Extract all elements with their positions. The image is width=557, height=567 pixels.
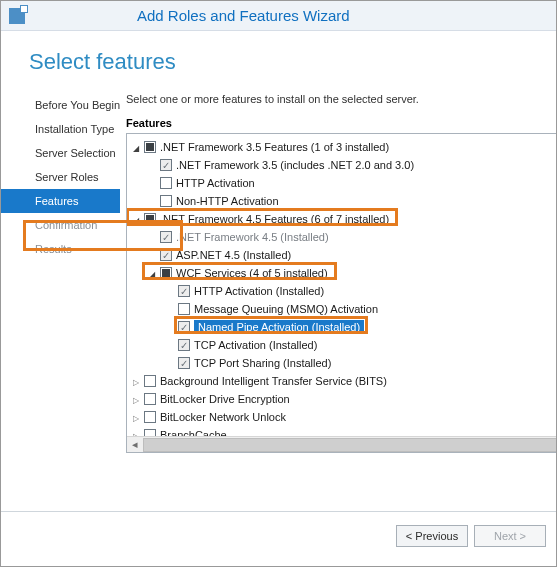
checkbox[interactable] xyxy=(160,159,172,171)
tree-row-net35-features[interactable]: .NET Framework 3.5 Features (1 of 3 inst… xyxy=(129,138,557,156)
previous-button[interactable]: < Previous xyxy=(396,525,468,547)
expander-icon[interactable] xyxy=(131,394,141,405)
checkbox[interactable] xyxy=(160,177,172,189)
tree-label[interactable]: HTTP Activation (Installed) xyxy=(194,285,330,297)
title-bar: Add Roles and Features Wizard xyxy=(1,1,556,31)
tree-row-wcf-services[interactable]: WCF Services (4 of 5 installed) xyxy=(129,264,557,282)
checkbox[interactable] xyxy=(160,195,172,207)
page-heading: Select features xyxy=(1,31,556,81)
checkbox[interactable] xyxy=(178,321,190,333)
tree-row-net35-http-activation[interactable]: HTTP Activation xyxy=(129,174,557,192)
tree-row-wcf-msmq-activation[interactable]: Message Queuing (MSMQ) Activation xyxy=(129,300,557,318)
tree-label[interactable]: HTTP Activation xyxy=(176,177,261,189)
tree-label[interactable]: ASP.NET 4.5 (Installed) xyxy=(176,249,297,261)
tree-label[interactable]: WCF Services (4 of 5 installed) xyxy=(176,267,334,279)
tree-label[interactable]: BitLocker Drive Encryption xyxy=(160,393,296,405)
tree-label[interactable]: Named Pipe Activation (Installed) xyxy=(194,320,364,334)
intro-text: Select one or more features to install o… xyxy=(126,93,557,105)
checkbox[interactable] xyxy=(144,411,156,423)
sidebar-step-features[interactable]: Features xyxy=(1,189,120,213)
tree-row-wcf-namedpipe-activation[interactable]: Named Pipe Activation (Installed) xyxy=(129,318,557,336)
sidebar-step-installation-type[interactable]: Installation Type xyxy=(1,117,120,141)
tree-row-wcf-tcp-activation[interactable]: TCP Activation (Installed) xyxy=(129,336,557,354)
checkbox[interactable] xyxy=(178,303,190,315)
tree-label[interactable]: .NET Framework 3.5 Features (1 of 3 inst… xyxy=(160,141,395,153)
tree-label[interactable]: .NET Framework 4.5 Features (6 of 7 inst… xyxy=(160,213,395,225)
sidebar-step-before-you-begin[interactable]: Before You Begin xyxy=(1,93,120,117)
tree-row-bits[interactable]: Background Intelligent Transfer Service … xyxy=(129,372,557,390)
features-heading: Features xyxy=(126,117,557,129)
tree-label[interactable]: .NET Framework 3.5 (includes .NET 2.0 an… xyxy=(176,159,420,171)
scroll-left-arrow[interactable]: ◂ xyxy=(127,437,143,453)
tree-label[interactable]: BitLocker Network Unlock xyxy=(160,411,292,423)
tree-row-net35-nonhttp-activation[interactable]: Non-HTTP Activation xyxy=(129,192,557,210)
checkbox[interactable] xyxy=(144,393,156,405)
horizontal-scrollbar[interactable]: ◂ ▸ xyxy=(127,436,557,452)
checkbox[interactable] xyxy=(160,267,172,279)
tree-label[interactable]: Message Queuing (MSMQ) Activation xyxy=(194,303,384,315)
tree-row-net45-features[interactable]: .NET Framework 4.5 Features (6 of 7 inst… xyxy=(129,210,557,228)
tree-row-aspnet45[interactable]: ASP.NET 4.5 (Installed) xyxy=(129,246,557,264)
expander-icon[interactable] xyxy=(131,142,141,153)
wizard-steps-sidebar: Before You BeginInstallation TypeServer … xyxy=(1,81,120,511)
app-icon xyxy=(9,8,25,24)
horizontal-scroll-thumb[interactable] xyxy=(143,438,557,452)
tree-row-net35-core[interactable]: .NET Framework 3.5 (includes .NET 2.0 an… xyxy=(129,156,557,174)
tree-label[interactable]: TCP Port Sharing (Installed) xyxy=(194,357,337,369)
checkbox[interactable] xyxy=(144,141,156,153)
sidebar-step-server-selection[interactable]: Server Selection xyxy=(1,141,120,165)
tree-row-wcf-tcp-portsharing[interactable]: TCP Port Sharing (Installed) xyxy=(129,354,557,372)
highlight-sidebar xyxy=(23,220,183,251)
next-button[interactable]: Next > xyxy=(474,525,546,547)
tree-label[interactable]: .NET Framework 4.5 (Installed) xyxy=(176,231,335,243)
tree-row-bitlocker-network[interactable]: BitLocker Network Unlock xyxy=(129,408,557,426)
tree-label[interactable]: Non-HTTP Activation xyxy=(176,195,285,207)
checkbox[interactable] xyxy=(178,285,190,297)
tree-label[interactable]: TCP Activation (Installed) xyxy=(194,339,323,351)
tree-label[interactable]: Background Intelligent Transfer Service … xyxy=(160,375,393,387)
tree-row-bitlocker-drive[interactable]: BitLocker Drive Encryption xyxy=(129,390,557,408)
checkbox[interactable] xyxy=(178,339,190,351)
tree-row-wcf-http-activation[interactable]: HTTP Activation (Installed) xyxy=(129,282,557,300)
tree-row-net45-core[interactable]: .NET Framework 4.5 (Installed) xyxy=(129,228,557,246)
features-tree[interactable]: .NET Framework 3.5 Features (1 of 3 inst… xyxy=(127,134,557,453)
expander-icon[interactable] xyxy=(131,412,141,423)
checkbox[interactable] xyxy=(144,375,156,387)
window-title: Add Roles and Features Wizard xyxy=(137,7,350,24)
right-pane: Select one or more features to install o… xyxy=(120,81,557,511)
expander-icon[interactable] xyxy=(131,376,141,387)
expander-icon[interactable] xyxy=(147,268,157,279)
sidebar-step-server-roles[interactable]: Server Roles xyxy=(1,165,120,189)
features-tree-container: .NET Framework 3.5 Features (1 of 3 inst… xyxy=(126,133,557,453)
checkbox[interactable] xyxy=(178,357,190,369)
wizard-footer: < Previous Next > xyxy=(1,511,556,559)
